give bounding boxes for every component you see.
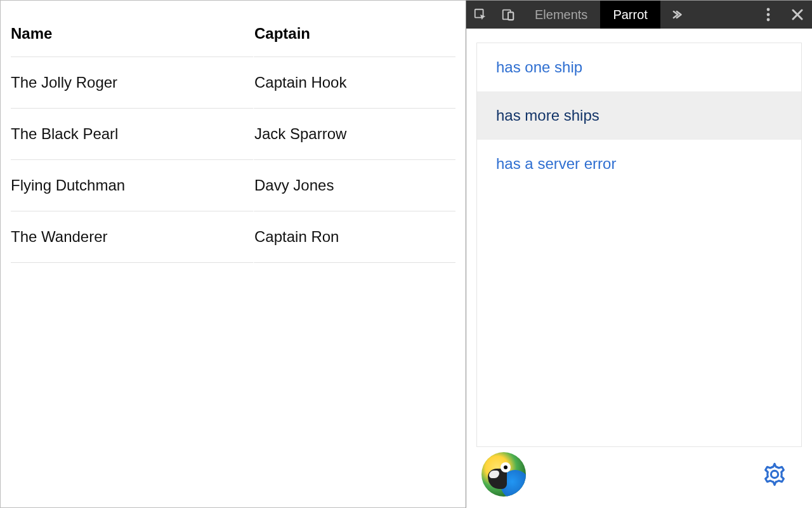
page-content: Name Captain The Jolly Roger Captain Hoo… (0, 0, 466, 508)
scenario-label: has more ships (496, 107, 599, 124)
scenario-label: has a server error (496, 155, 616, 172)
table-row: The Wanderer Captain Ron (11, 211, 455, 263)
cell-captain: Jack Sparrow (253, 109, 455, 160)
svg-point-4 (767, 8, 770, 11)
devtools-tabbar: Elements Parrot (466, 1, 812, 29)
cell-captain: Davy Jones (253, 160, 455, 211)
parrot-logo-icon (481, 452, 526, 497)
table-row: The Jolly Roger Captain Hook (11, 57, 455, 109)
cell-ship-name: Flying Dutchman (11, 160, 253, 211)
svg-rect-2 (508, 12, 513, 20)
app-root: Name Captain The Jolly Roger Captain Hoo… (0, 0, 812, 508)
table-row: Flying Dutchman Davy Jones (11, 160, 455, 211)
tab-elements-label: Elements (535, 8, 587, 22)
svg-point-9 (771, 471, 778, 478)
tab-parrot[interactable]: Parrot (600, 1, 660, 29)
kebab-menu-icon[interactable] (754, 1, 783, 29)
more-tabs-icon[interactable] (660, 1, 692, 29)
scenario-item[interactable]: has a server error (477, 140, 801, 188)
parrot-panel-body: has one ship has more ships has a server… (466, 29, 812, 508)
scenario-item[interactable]: has one ship (477, 43, 801, 91)
table-header-row: Name Captain (11, 7, 455, 57)
parrot-panel-footer (476, 447, 802, 498)
inspect-element-icon[interactable] (466, 1, 494, 29)
cell-captain: Captain Hook (253, 57, 455, 109)
table-row: The Black Pearl Jack Sparrow (11, 109, 455, 160)
tab-parrot-label: Parrot (613, 8, 647, 22)
scenario-list: has one ship has more ships has a server… (476, 43, 802, 447)
scenario-label: has one ship (496, 58, 582, 76)
ships-table: Name Captain The Jolly Roger Captain Hoo… (11, 7, 455, 263)
column-header-captain: Captain (253, 7, 455, 57)
device-toolbar-icon[interactable] (494, 1, 522, 29)
svg-point-5 (767, 13, 770, 17)
cell-ship-name: The Jolly Roger (11, 57, 253, 109)
settings-gear-icon[interactable] (761, 461, 788, 488)
cell-ship-name: The Black Pearl (11, 109, 253, 160)
tab-elements[interactable]: Elements (522, 1, 600, 29)
scenario-item[interactable]: has more ships (477, 91, 801, 140)
close-icon[interactable] (783, 1, 812, 29)
devtools-panel: Elements Parrot (466, 0, 812, 508)
tabbar-spacer (692, 1, 754, 29)
cell-captain: Captain Ron (253, 211, 455, 263)
column-header-name: Name (11, 7, 253, 57)
svg-point-6 (767, 18, 770, 22)
cell-ship-name: The Wanderer (11, 211, 253, 263)
